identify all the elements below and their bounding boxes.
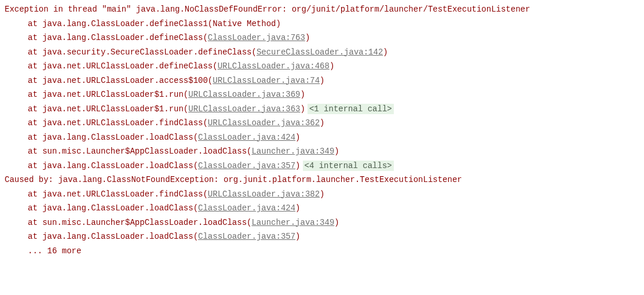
close-paren: ) <box>334 218 339 227</box>
frame-text: at sun.misc.Launcher$AppClassLoader.load… <box>28 218 251 227</box>
stack-frame: at java.net.URLClassLoader.defineClass(U… <box>5 59 639 74</box>
stack-frame: at java.net.URLClassLoader$1.run(URLClas… <box>5 88 639 102</box>
frame-text: at java.lang.ClassLoader.loadClass( <box>28 203 198 213</box>
source-link[interactable]: URLClassLoader.java:363 <box>188 104 300 114</box>
source-link[interactable]: URLClassLoader.java:382 <box>208 190 320 199</box>
stack-frame: at sun.misc.Launcher$AppClassLoader.load… <box>5 216 639 230</box>
source-link[interactable]: Launcher.java:349 <box>251 218 334 227</box>
source-link[interactable]: URLClassLoader.java:74 <box>213 76 320 85</box>
source-link[interactable]: ClassLoader.java:424 <box>198 203 295 213</box>
source-link[interactable]: URLClassLoader.java:369 <box>188 90 300 99</box>
caused-by-header: Caused by: java.lang.ClassNotFoundExcept… <box>5 173 639 187</box>
stack-frame: at java.lang.ClassLoader.loadClass(Class… <box>5 159 639 173</box>
close-paren: ) <box>334 147 339 156</box>
close-paren: ) <box>300 90 305 99</box>
source-link[interactable]: ClassLoader.java:424 <box>198 133 295 142</box>
close-paren: ) <box>320 76 324 85</box>
stack-frame: at java.lang.ClassLoader.loadClass(Class… <box>5 201 639 216</box>
stack-frame: at sun.misc.Launcher$AppClassLoader.load… <box>5 144 639 159</box>
close-paren: ) <box>320 118 324 128</box>
frame-text: at sun.misc.Launcher$AppClassLoader.load… <box>28 147 251 156</box>
stack-frame: at java.net.URLClassLoader.access$100(UR… <box>5 74 639 88</box>
stack-frame: at java.security.SecureClassLoader.defin… <box>5 45 639 60</box>
frame-text: at java.net.URLClassLoader.findClass( <box>28 190 208 199</box>
frame-text: at java.security.SecureClassLoader.defin… <box>28 48 257 57</box>
internal-calls-fold[interactable]: <4 internal calls> <box>303 161 394 171</box>
source-link[interactable]: URLClassLoader.java:362 <box>208 118 320 128</box>
stack-frame: at java.lang.ClassLoader.loadClass(Class… <box>5 230 639 244</box>
close-paren: ) <box>305 33 310 42</box>
source-link[interactable]: SecureClassLoader.java:142 <box>257 48 383 57</box>
close-paren: ) <box>295 133 300 142</box>
stack-frame: at java.lang.ClassLoader.defineClass(Cla… <box>5 31 639 45</box>
frame-text: at java.lang.ClassLoader.loadClass( <box>28 161 198 170</box>
frame-text: at java.lang.ClassLoader.loadClass( <box>28 133 198 142</box>
source-link[interactable]: ClassLoader.java:763 <box>208 33 305 42</box>
frame-text: at java.net.URLClassLoader.access$100( <box>28 76 213 85</box>
close-paren: ) <box>295 232 300 241</box>
frame-text: at java.lang.ClassLoader.defineClass1(Na… <box>28 19 281 28</box>
stack-frame: at java.lang.ClassLoader.loadClass(Class… <box>5 130 639 145</box>
frame-text: at java.net.URLClassLoader$1.run( <box>28 90 188 99</box>
close-paren: ) <box>295 161 300 170</box>
source-link[interactable]: Launcher.java:349 <box>251 147 334 156</box>
frames-omitted: ... 16 more <box>5 244 639 258</box>
close-paren: ) <box>295 203 300 213</box>
internal-calls-fold[interactable]: <1 internal call> <box>308 104 394 114</box>
close-paren: ) <box>320 190 324 199</box>
close-paren: ) <box>330 61 334 71</box>
stack-frame: at java.lang.ClassLoader.defineClass1(Na… <box>5 17 639 31</box>
frame-text: at java.net.URLClassLoader$1.run( <box>28 104 188 114</box>
exception-header: Exception in thread "main" java.lang.NoC… <box>5 2 639 17</box>
frame-text: at java.net.URLClassLoader.defineClass( <box>28 61 218 71</box>
close-paren: ) <box>383 48 387 57</box>
stack-frame: at java.net.URLClassLoader.findClass(URL… <box>5 187 639 202</box>
source-link[interactable]: ClassLoader.java:357 <box>198 232 295 241</box>
close-paren: ) <box>300 104 305 114</box>
stack-frame: at java.net.URLClassLoader$1.run(URLClas… <box>5 102 639 116</box>
frame-text: at java.lang.ClassLoader.defineClass( <box>28 33 208 42</box>
stack-frame: at java.net.URLClassLoader.findClass(URL… <box>5 116 639 130</box>
stacktrace-output: Exception in thread "main" java.lang.NoC… <box>5 2 639 258</box>
frame-text: at java.lang.ClassLoader.loadClass( <box>28 232 198 241</box>
frame-text: at java.net.URLClassLoader.findClass( <box>28 118 208 128</box>
source-link[interactable]: ClassLoader.java:357 <box>198 161 295 170</box>
source-link[interactable]: URLClassLoader.java:468 <box>218 61 330 71</box>
